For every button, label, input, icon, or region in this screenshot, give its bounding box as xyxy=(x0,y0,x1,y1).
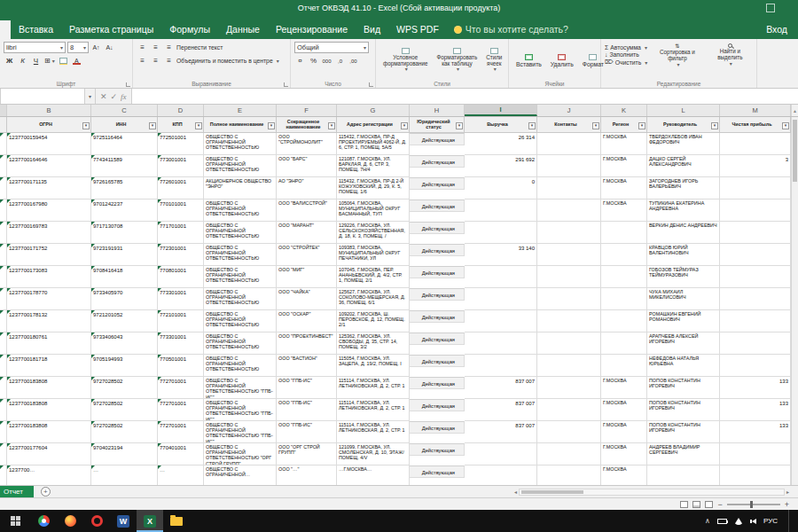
filter-icon[interactable]: ▼ xyxy=(456,122,463,129)
cell-director[interactable]: ПОПОВ КОНСТАНТИН ИГОРЕВИЧ xyxy=(647,421,720,443)
cell-profit[interactable]: 133 xyxy=(720,377,791,399)
cell-address[interactable]: …Г.МОСКВА… xyxy=(337,466,410,485)
italic-button[interactable]: К xyxy=(17,55,28,66)
cell-kpp[interactable]: 772501001 xyxy=(158,133,204,155)
horizontal-scrollbar[interactable]: ◂ ▸ xyxy=(514,489,798,496)
cell-contacts[interactable] xyxy=(537,421,601,443)
merge-center-button[interactable]: Объединить и поместить в центре▾ xyxy=(176,58,279,64)
cell-revenue[interactable] xyxy=(465,310,537,332)
cell-short-name[interactable]: ООО "ЧАЙКА" xyxy=(277,288,337,310)
ribbon-tab-wps-pdf[interactable]: WPS PDF xyxy=(388,20,447,39)
cell-revenue[interactable] xyxy=(465,466,537,485)
cell-kpp[interactable]: 770501001 xyxy=(158,355,204,377)
cell-ogrn[interactable]: 1237700178132 xyxy=(7,310,91,332)
cell-cut[interactable] xyxy=(0,222,7,244)
cell-ogrn[interactable]: 1237700178770 xyxy=(7,288,91,310)
grow-font-button[interactable]: А↑ xyxy=(90,42,102,53)
cell-cut[interactable] xyxy=(0,377,7,399)
column-letter-L[interactable]: L xyxy=(647,105,720,116)
cell-address[interactable]: 107045, Г.МОСКВА, ПЕР. АНАНЬЕВСКИЙ, Д. 4… xyxy=(337,266,410,288)
cell-inn[interactable]: 7743411589 xyxy=(91,155,158,177)
cell-contacts[interactable] xyxy=(537,332,601,355)
cell-cut[interactable] xyxy=(0,399,7,421)
cell-region[interactable]: Г.МОСКВА xyxy=(601,155,647,177)
cell-inn[interactable]: 9725116464 xyxy=(91,133,158,155)
cell-kpp[interactable]: … xyxy=(158,466,204,485)
fill-color-button[interactable] xyxy=(58,55,69,66)
header-full-name[interactable]: Полное наименование▼ xyxy=(204,117,277,133)
cell-full-name[interactable]: ОБЩЕСТВО С ОГРАНИЧЕННОЙ ОТВЕТСТВЕННОСТЬЮ xyxy=(204,200,277,222)
page-layout-view-icon[interactable] xyxy=(692,501,700,508)
cell-kpp[interactable]: 773001001 xyxy=(158,155,204,177)
cell-short-name[interactable]: ООО "СТРОЙМОНОЛИТ" xyxy=(277,133,337,155)
increase-decimal-button[interactable]: ,0 xyxy=(334,55,346,66)
cell-director[interactable]: ТВЕРДОХЛЕБОВ ИВАН ФЕДОРОВИЧ xyxy=(647,133,720,155)
cell-short-name[interactable]: ООО "ОРГ СТРОЙ ГРУПП" xyxy=(277,443,337,466)
tell-me-box[interactable]: Что вы хотите сделать? xyxy=(447,20,575,39)
header-director[interactable]: Руководитель▼ xyxy=(647,117,720,133)
header-short-name[interactable]: Сокращенное наименование▼ xyxy=(277,117,337,133)
find-select-button[interactable]: Найти и выделить▾ xyxy=(708,43,753,67)
cell-region[interactable]: Г.МОСКВА xyxy=(601,200,647,222)
cell-status[interactable]: Действующая xyxy=(410,244,465,256)
cell-short-name[interactable]: ООО "…" xyxy=(277,466,337,485)
battery-icon[interactable] xyxy=(717,519,727,524)
cell-kpp[interactable]: 772601001 xyxy=(158,177,204,200)
cell-full-name[interactable]: ОБЩЕСТВО С ОГРАНИЧЕННОЙ ОТВЕТСТВЕННОСТЬЮ xyxy=(204,288,277,310)
header-ogrn[interactable]: ОГРН▼ xyxy=(7,117,91,133)
percent-style-button[interactable]: % xyxy=(308,55,319,66)
column-letter-C[interactable]: C xyxy=(91,105,158,116)
cell-full-name[interactable]: ОБЩЕСТВО С ОГРАНИЧЕННОЙ ОТВЕТСТВЕННОСТЬЮ… xyxy=(204,421,277,443)
ribbon-tab-рецензирование[interactable]: Рецензирование xyxy=(268,20,356,39)
column-letter-E[interactable]: E xyxy=(204,105,277,116)
cell-status[interactable]: Действующая xyxy=(410,355,465,367)
cell-status[interactable]: Действующая xyxy=(410,377,465,389)
cell-cut[interactable] xyxy=(0,332,7,355)
cell-kpp[interactable]: 772701001 xyxy=(158,377,204,399)
header-contacts[interactable]: Контакты▼ xyxy=(537,117,601,133)
font-color-button[interactable]: А xyxy=(71,55,82,66)
font-size-select[interactable]: 8 ▾ xyxy=(67,42,89,53)
header-profit[interactable]: Чистая прибыль▼ xyxy=(720,117,791,133)
cell-profit[interactable] xyxy=(720,288,791,310)
cell-profit[interactable] xyxy=(720,222,791,244)
cell-region[interactable] xyxy=(601,288,647,310)
cell-short-name[interactable]: АО "ЭНРО" xyxy=(277,177,337,200)
horizontal-scrollbar-thumb[interactable] xyxy=(521,490,583,494)
column-letter-G[interactable]: G xyxy=(337,105,410,116)
cell-ogrn[interactable]: 1237700169783 xyxy=(7,222,91,244)
cell-full-name[interactable]: ОБЩЕСТВО С ОГРАНИЧЕННОЙ ОТВЕТСТВЕННОСТЬЮ xyxy=(204,155,277,177)
cell-ogrn[interactable]: 1237700171135 xyxy=(7,177,91,200)
shrink-font-button[interactable]: А↓ xyxy=(104,42,115,53)
cell-revenue[interactable] xyxy=(465,443,537,466)
cell-profit[interactable] xyxy=(720,266,791,288)
cell-kpp[interactable]: 771701001 xyxy=(158,222,204,244)
cell-region[interactable] xyxy=(601,222,647,244)
column-letter-H[interactable]: H xyxy=(410,105,465,116)
underline-button[interactable]: Ч xyxy=(30,55,42,66)
cell-inn[interactable]: 9708416418 xyxy=(91,266,158,288)
cell-address[interactable]: 115114, Г.МОСКВА, УЛ. ЛЕТНИКОВСКАЯ, Д. 2… xyxy=(337,377,410,399)
cell-inn[interactable]: 9733405970 xyxy=(91,288,158,310)
header-status[interactable]: Юридический статус▼ xyxy=(410,117,465,133)
cell-director[interactable]: РОМАШКИН ЕВГЕНИЙ РОМАНОВИЧ xyxy=(647,310,720,332)
header-inn[interactable]: ИНН▼ xyxy=(91,117,158,133)
align-left-icon[interactable]: ≡ xyxy=(137,55,148,66)
cell-cut[interactable] xyxy=(0,288,7,310)
cell-contacts[interactable] xyxy=(537,222,601,244)
cell-director[interactable] xyxy=(647,466,720,485)
cell-region[interactable] xyxy=(601,332,647,355)
cell-revenue[interactable]: 33 140 xyxy=(465,244,537,266)
cell-director[interactable]: АРАПЧЕЕВ АЛЕКСЕЙ ИГОРЕВИЧ xyxy=(647,332,720,355)
cell-revenue[interactable]: 0 xyxy=(465,177,537,200)
cell-region[interactable] xyxy=(601,244,647,266)
new-sheet-button[interactable]: + xyxy=(41,487,51,497)
column-letter-J[interactable]: J xyxy=(537,105,601,116)
cell-cut[interactable] xyxy=(0,244,7,266)
cell-status[interactable]: Действующая xyxy=(410,266,465,278)
cell-revenue[interactable] xyxy=(465,200,537,222)
cell-director[interactable]: ВЕРКИН ДЕНИС АНДРЕЕВИЧ xyxy=(647,222,720,244)
cell-inn[interactable]: 9727028502 xyxy=(91,421,158,443)
cell-kpp[interactable]: 772101001 xyxy=(158,310,204,332)
cell-contacts[interactable] xyxy=(537,443,601,466)
